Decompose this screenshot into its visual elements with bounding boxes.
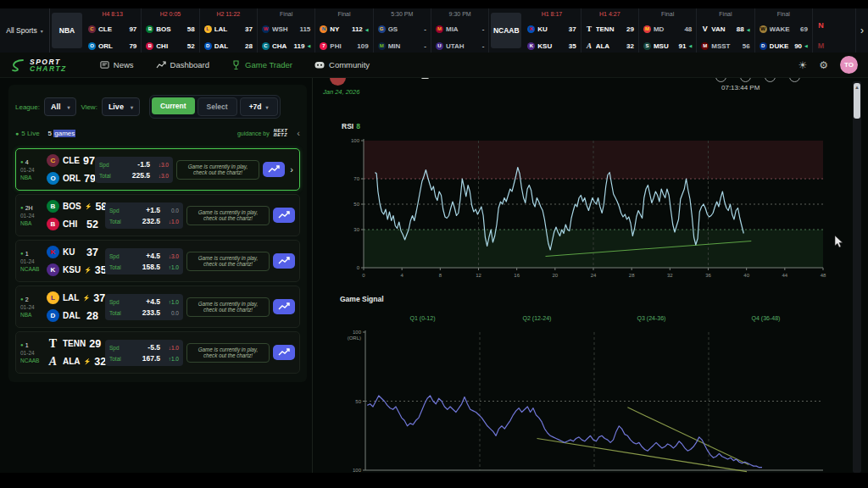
ticker-team-row: WWSH115 (262, 25, 310, 35)
nav-item-news[interactable]: News (100, 60, 134, 69)
select-button[interactable]: Select (198, 97, 237, 116)
range-dropdown-button[interactable]: +7d ▾ (240, 97, 278, 116)
team-logo: D (204, 42, 212, 50)
team-logo: M (701, 42, 709, 50)
toolbar-icon[interactable] (765, 78, 776, 82)
odds-row: Spd+4.5↓3.0 (109, 252, 179, 260)
filters-row: League: All ▾ View: Live ▾ Current Selec… (15, 95, 300, 119)
page-scrollbar[interactable]: ▲ (853, 81, 861, 473)
brand-logo[interactable]: SPORT CHARTZ (10, 58, 67, 72)
toolbar-icon[interactable] (789, 78, 800, 82)
toolbar-icon[interactable] (740, 78, 751, 82)
trend-icon (156, 61, 166, 69)
ticker-team-score: 52 (187, 42, 195, 50)
live-count: 5 Live (21, 130, 39, 137)
view-filter-label: View: (81, 103, 97, 111)
ticker-game[interactable]: H1 8:17KKU37KKSU35 (523, 8, 581, 53)
odds-label: Total (109, 356, 126, 362)
ticker-team-abbr: BOS (156, 25, 184, 33)
svg-text:(ORL): (ORL) (348, 336, 361, 341)
nav-item-dashboard[interactable]: Dashboard (156, 60, 209, 69)
current-button[interactable]: Current (152, 97, 195, 114)
nav-item-game-trader[interactable]: Game Trader (231, 60, 292, 70)
game-card[interactable]: ●401-24NBACCLE97OORL79Spd-1.5↓3.0Total22… (15, 148, 300, 191)
ticker-game-time: Final (701, 11, 749, 18)
team-logo: L (47, 291, 59, 304)
settings-gear-icon[interactable]: ⚙ (819, 60, 828, 70)
user-avatar[interactable]: TO (840, 56, 858, 74)
discord-icon (314, 61, 325, 69)
all-sports-dropdown[interactable]: All Sports ▾ (0, 8, 50, 53)
ticker-game[interactable]: H2 11:22LLAL37DDAL28 (200, 8, 258, 53)
game-league: NCAAB (20, 358, 43, 363)
odds-row: Spd-1.5↓3.0 (99, 160, 169, 169)
guidance-brand-logo: NEXTBETZ (274, 129, 288, 137)
ticker-team-abbr: DAL (214, 42, 242, 50)
ticker-game[interactable]: FinalMMD48SMSU91◀ (639, 8, 697, 53)
ticker-game-partial[interactable]: NM (813, 8, 856, 53)
odds-value: +4.5 (126, 297, 164, 306)
game-date: 01-24 (20, 350, 43, 356)
ticker-team-score: 35 (569, 42, 576, 50)
all-sports-label: All Sports (6, 26, 36, 35)
svg-text:0: 0 (357, 265, 360, 270)
team-logo: D (47, 309, 59, 322)
open-chart-button[interactable] (263, 162, 285, 177)
ticker-game[interactable]: 5:30 PMGGS-MMIN- (374, 8, 431, 53)
odds-value: -1.5 (116, 160, 153, 169)
ticker-team-row: KKU37 (527, 25, 576, 35)
open-chart-button[interactable] (273, 208, 295, 223)
game-period: ●2 (20, 297, 43, 302)
game-card[interactable]: ●201-24NBALLAL⚡37DDAL28Spd+4.5↑1.0Total2… (15, 286, 300, 328)
odds-value: 225.5 (116, 171, 153, 180)
ticker-game[interactable]: H2 0:05BBOS58BCHI52 (142, 8, 199, 53)
ticker-game[interactable]: H1 4:27TTENN29AALA32 (581, 8, 639, 53)
game-date: 01-24 (20, 167, 43, 173)
odds-label: Total (109, 310, 126, 316)
team-logo: C (88, 25, 96, 33)
ticker-game[interactable]: FinalWWAKE69DDUKE90◀ (755, 8, 813, 53)
scrollbar-thumb[interactable]: ▲ (854, 83, 860, 119)
away-team-logo-clipped (330, 78, 346, 86)
league-filter-label: League: (15, 103, 40, 111)
game-card[interactable]: ●2H01-24NBABBOS⚡58BCHI52Spd+1.50.0Total2… (15, 194, 300, 236)
svg-text:48: 48 (821, 273, 826, 278)
league-select[interactable]: All ▾ (44, 97, 77, 116)
game-league: NBA (20, 220, 43, 226)
chevron-down-icon: ▾ (131, 104, 133, 110)
collapse-panel-icon[interactable]: ‹ (297, 128, 300, 138)
ticker-team-row: KKSU35 (527, 41, 576, 51)
ticker-game[interactable]: H4 8:13CCLE97OORL79 (84, 8, 142, 53)
odds-value: 233.5 (126, 308, 164, 317)
odds-change: ↓3.0 (164, 253, 179, 259)
ticker-team-score: 119 (294, 42, 305, 50)
nav-item-community[interactable]: Community (314, 60, 370, 69)
odds-row: Total233.50.0 (109, 308, 179, 317)
toolbar-icon[interactable] (715, 78, 726, 82)
ticker-game[interactable]: 9:30 PMMMIA-UUTAH- (431, 8, 489, 53)
game-card[interactable]: ●101-24NCAABTTENN29AALA⚡32Spd-5.5↓1.0Tot… (15, 331, 300, 374)
open-chart-button[interactable] (273, 345, 295, 360)
team-logo: M (378, 42, 386, 50)
team-logo: D (760, 42, 767, 50)
card-expand-chevron[interactable]: › (288, 164, 295, 175)
ticker-game[interactable]: FinalVVAN88◀MMSST56 (697, 8, 754, 53)
nav-label: Dashboard (170, 60, 209, 69)
theme-toggle-icon[interactable]: ☀ (798, 60, 807, 70)
game-card[interactable]: ●101-24NCAABKKU37KKSU⚡35Spd+4.5↓3.0Total… (15, 240, 300, 282)
winner-arrow-icon: ◀ (365, 27, 369, 32)
odds-label: Spd (109, 299, 126, 305)
nav-label: Game Trader (245, 60, 292, 69)
team-logo: A (47, 355, 59, 368)
view-select[interactable]: Live ▾ (102, 97, 140, 116)
possession-bolt-icon: ⚡ (85, 203, 92, 210)
ticker-game[interactable]: FinalNNY112◀7PHI109 (315, 8, 373, 53)
team-logo: O (88, 42, 96, 50)
game-period: ●1 (20, 251, 43, 257)
team-logo: T (47, 337, 59, 350)
open-chart-button[interactable] (273, 299, 295, 314)
chart-line-icon (268, 165, 280, 174)
open-chart-button[interactable] (273, 253, 295, 269)
ticker-next-button[interactable]: › (856, 8, 868, 53)
ticker-game[interactable]: FinalWWSH115CCHA119◀ (258, 8, 315, 53)
